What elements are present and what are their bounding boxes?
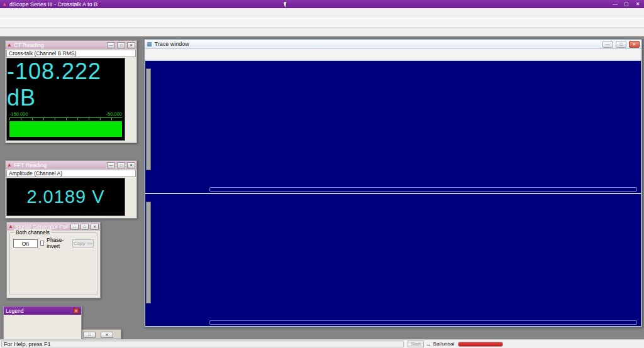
ct-scale-max: -50.000 — [106, 111, 122, 117]
ct-close-button[interactable]: ✕ — [127, 42, 135, 48]
ct-minimize-button[interactable]: — — [107, 42, 115, 48]
fft-maximize-button[interactable]: □ — [117, 162, 125, 168]
dscope-window-icon: ▲ — [7, 43, 12, 48]
ct-reading-display: -108.222 dB -150.000 -50.000 — [6, 58, 125, 141]
legend-window: Legend ✕ — [3, 306, 82, 340]
chart-a-horizontal-scrollbar[interactable] — [209, 187, 637, 192]
chart-a-plot-area[interactable] — [209, 68, 637, 170]
ct-scale: -150.000 -50.000 — [7, 111, 125, 117]
chart-a-v-axis-unit — [152, 61, 209, 68]
bal-unbal-label[interactable]: Bal/unbal — [433, 341, 454, 347]
menu-bar — [0, 8, 644, 16]
chart-b-horizontal-scrollbar[interactable] — [209, 320, 637, 325]
fft-reading-caption[interactable]: ▲ FFT Reading — □ ✕ — [6, 161, 136, 169]
start-button[interactable]: Start — [408, 340, 424, 347]
trace-window-caption[interactable]: ▦ Trace window — □ ✕ — [145, 40, 641, 49]
both-channels-label: Both channels — [14, 229, 52, 236]
ct-reading-subtitle: Cross-talk (Channel B RMS) — [6, 50, 136, 57]
fft-tool-rail — [125, 178, 136, 216]
dscope-window-icon: ▲ — [7, 163, 12, 168]
window-title: dScope Series III - Crosstalk A to B — [9, 1, 608, 8]
chart-a-dbu-axis-unit — [152, 170, 209, 187]
phase-invert-checkbox[interactable] — [40, 241, 45, 246]
chart-b-v-axis-unit — [152, 194, 209, 202]
trace-close-button[interactable]: ✕ — [629, 41, 640, 48]
fft-close-button[interactable]: ✕ — [127, 162, 135, 168]
signal-generator-title: Signal Generator Functi... — [15, 224, 69, 230]
dscope-window-icon: ▲ — [8, 224, 13, 229]
trace-window-icon: ▦ — [147, 41, 152, 47]
app-logo-icon: ▲ — [2, 2, 7, 7]
sg-minimize-button[interactable]: — — [70, 224, 79, 230]
chart-b-x-axis — [209, 303, 637, 320]
ct-bar-meter — [9, 121, 122, 137]
trace-window: ▦ Trace window — □ ✕ — [144, 39, 642, 327]
chart-a-x-axis — [209, 170, 637, 187]
main-toolbar — [0, 16, 644, 28]
status-bar: For Help, press F1 Start → Bal/unbal — [0, 339, 644, 348]
channel-b-chart-panel — [145, 194, 641, 326]
signal-generator-window: ▲ Signal Generator Functi... — □ ✕ Both … — [6, 222, 101, 298]
ct-reading-window: ▲ CT Reading — □ ✕ Cross-talk (Channel B… — [5, 40, 137, 143]
sg-close-button[interactable]: ✕ — [91, 224, 99, 230]
legend-close-button[interactable]: ✕ — [73, 308, 79, 313]
route-arrow-icon: → — [426, 341, 431, 347]
close-window-button[interactable]: ✕ — [633, 1, 642, 7]
bg-win-close-button[interactable]: ✕ — [101, 332, 113, 338]
trace-minimize-button[interactable]: — — [602, 41, 613, 48]
legend-caption[interactable]: Legend ✕ — [4, 307, 81, 315]
fft-reading-title: FFT Reading — [14, 162, 105, 168]
ct-maximize-button[interactable]: □ — [117, 42, 125, 48]
sg-maximize-button[interactable]: □ — [80, 224, 89, 230]
legend-title: Legend — [6, 308, 23, 314]
ct-scale-ruler — [9, 117, 122, 120]
ct-scale-min: -150.000 — [9, 111, 28, 117]
level-meter — [458, 342, 503, 347]
chart-a-y-axis — [152, 68, 209, 170]
channel-a-chart-panel — [145, 61, 641, 193]
chart-a-vertical-scrollbar[interactable] — [146, 68, 151, 170]
trace-maximize-button[interactable]: □ — [616, 41, 626, 48]
fft-reading-value: 2.0189 V — [7, 178, 125, 215]
status-help-text: For Help, press F1 — [1, 340, 404, 347]
ct-tool-rail — [125, 58, 136, 141]
chart-b-plot-area[interactable] — [209, 202, 637, 303]
trace-toolbar — [145, 49, 641, 60]
fft-reading-display: 2.0189 V — [6, 178, 125, 216]
fft-reading-subtitle: Amplitude (Channel A) — [6, 170, 136, 177]
fft-minimize-button[interactable]: — — [107, 162, 115, 168]
ct-reading-caption[interactable]: ▲ CT Reading — □ ✕ — [6, 41, 136, 49]
ct-reading-title: CT Reading — [14, 42, 105, 48]
generator-on-button[interactable]: On — [13, 239, 38, 247]
user-bar — [0, 28, 644, 36]
chart-b-dbu-axis-unit — [152, 303, 209, 320]
app-titlebar: ▲ dScope Series III - Crosstalk A to B —… — [0, 0, 644, 8]
minimize-window-button[interactable]: — — [611, 1, 619, 7]
maximize-window-button[interactable]: ▢ — [622, 1, 631, 7]
fft-reading-window: ▲ FFT Reading — □ ✕ Amplitude (Channel A… — [5, 160, 137, 219]
bg-win-maximize-button[interactable]: □ — [83, 332, 96, 338]
trace-window-title: Trace window — [155, 41, 600, 47]
chart-b-vertical-scrollbar[interactable] — [146, 202, 151, 303]
ct-reading-value: -108.222 dB — [7, 58, 125, 111]
chart-b-y-axis — [152, 202, 209, 303]
both-channels-group: Both channels On Phase-invert Copy >> — [9, 232, 97, 295]
copy-button[interactable]: Copy >> — [72, 239, 94, 247]
phase-invert-label: Phase-invert — [47, 237, 70, 249]
